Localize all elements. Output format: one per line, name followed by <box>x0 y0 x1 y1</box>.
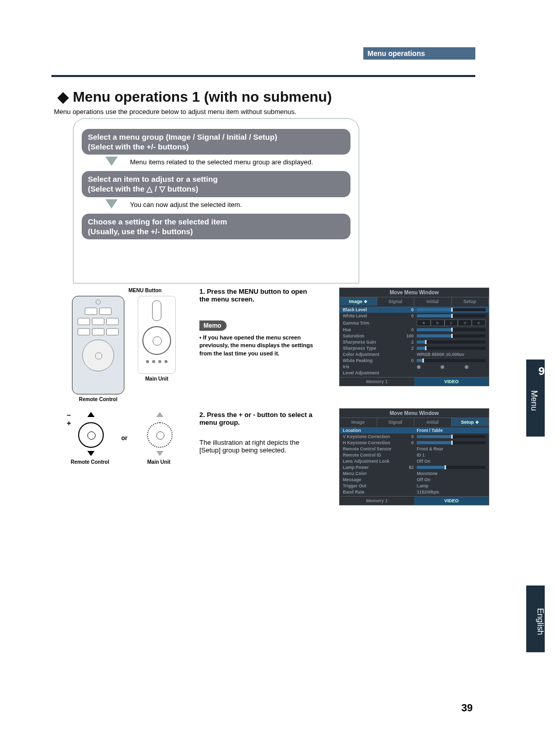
main-unit-caption-2: Main Unit <box>136 459 182 465</box>
osd-tab: Image <box>340 418 377 426</box>
osd-tab: Initial <box>414 297 452 306</box>
section-header: Menu operations <box>363 47 475 60</box>
osd-row: Lamp Power82 <box>340 464 489 470</box>
title-diamond: ◆ <box>58 89 69 105</box>
main-unit-figure: Main Unit <box>138 296 176 382</box>
osd-tab: Setup <box>452 297 489 306</box>
osd-row: LocationFront / Table <box>340 427 489 433</box>
osd-row: White Peaking0 <box>340 357 489 364</box>
step1-text: 1. Press the MENU button to open the men… <box>199 288 318 357</box>
flow-step-3-line2: (Usually, use the +/- buttons) <box>88 227 344 236</box>
flow-step-2-line1: Select an item to adjust or a setting <box>88 175 218 183</box>
osd-foot: Memory 1 <box>340 497 414 505</box>
osd-tab: Initial <box>414 418 452 426</box>
flow-arrow-1 <box>105 157 118 166</box>
osd-row: Sharpness Gain2 <box>340 339 489 345</box>
osd-tab: Setup ✥ <box>452 418 489 426</box>
remote-control-figure: Remote Control <box>72 296 124 402</box>
flow-note-2: You can now adjust the selected item. <box>130 201 242 209</box>
or-label: or <box>121 434 127 442</box>
step2-figures: Remote Control or Main Unit <box>67 411 182 465</box>
section-header-text: Menu operations <box>367 49 425 58</box>
osd-foot: VIDEO <box>414 497 489 505</box>
osd-row: White Level0 <box>340 313 489 319</box>
osd-row: Baud Rate115200bps <box>340 489 489 495</box>
main-unit-caption: Main Unit <box>138 376 176 382</box>
side-language-tab: English <box>526 585 545 652</box>
side-chapter-number: 9 <box>539 365 545 378</box>
osd-setup-menu: Move Menu WindowImageSignalInitialSetup … <box>339 408 489 505</box>
osd-row: Trigger OutLamp <box>340 483 489 489</box>
osd-tab: Signal <box>377 297 415 306</box>
osd-row: Menu ColorMonotone <box>340 470 489 477</box>
memo-body: • If you have opened the menu screen pre… <box>199 334 318 357</box>
flow-note-1: Menu items related to the selected menu … <box>130 158 313 166</box>
osd-row: Remote Control SensorFront & Rear <box>340 446 489 452</box>
step-2-body: The illustration at right depicts the [S… <box>199 439 318 454</box>
osd-row: Black Level0 <box>340 307 489 313</box>
step2-text: 2. Press the + or - button to select a m… <box>199 411 318 454</box>
remote-dpad-figure: Remote Control <box>67 411 113 465</box>
remote-control-caption: Remote Control <box>72 396 124 402</box>
main-unit-dpad-figure: Main Unit <box>136 411 182 465</box>
flow-step-1-line2: (Select with the +/- buttons) <box>88 142 344 151</box>
flow-arrow-2 <box>105 199 118 209</box>
osd-row: Remote Control IDID 1 <box>340 452 489 458</box>
side-tabs: 9 Menu English <box>504 31 555 750</box>
osd-image-menu: Move Menu WindowImage ✥SignalInitialSetu… <box>339 288 489 386</box>
page-number: 39 <box>461 702 473 714</box>
side-chapter-tab: 9 Menu <box>526 360 545 437</box>
memo-tag: Memo <box>199 320 227 331</box>
osd-row: V Keystone Correction0 <box>340 433 489 440</box>
flow-box: Select a menu group (Image / Signal / In… <box>73 118 359 284</box>
title-text: Menu operations 1 (with no submenu) <box>73 89 332 105</box>
side-chapter-label: Menu <box>530 390 539 411</box>
osd-row: Color AdjustmentWRGB 6500K ±0.000uv <box>340 351 489 357</box>
osd-row: Hue0 <box>340 327 489 333</box>
flow-step-2: Select an item to adjust or a setting (S… <box>82 171 350 197</box>
osd-tab: Signal <box>377 418 415 426</box>
flow-step-3-line1: Choose a setting for the selected item <box>88 217 227 226</box>
osd-row: Level Adjustment <box>340 370 489 376</box>
osd-foot: VIDEO <box>414 377 489 386</box>
step-2-label: 2. Press the + or - button to select a m… <box>199 411 318 426</box>
osd-row: Sharpness Type2 <box>340 345 489 351</box>
step1-figures: MENU Button Remote Control Main Un <box>72 287 176 402</box>
osd-foot: Memory 1 <box>340 377 414 386</box>
flow-step-1-line1: Select a menu group (Image / Signal / In… <box>88 133 277 141</box>
osd-row: Iris◉ ◉ ◉ <box>340 364 489 370</box>
osd-row: MessageOff On <box>340 477 489 483</box>
page-title: ◆ Menu operations 1 (with no submenu) <box>58 88 332 105</box>
side-language-label: English <box>536 608 545 635</box>
remote-control-caption-2: Remote Control <box>67 459 113 465</box>
osd-row: Saturation100 <box>340 333 489 339</box>
menu-button-label: MENU Button <box>128 288 161 293</box>
osd-row: Gamma Trimabcde <box>340 319 489 327</box>
flow-step-3: Choose a setting for the selected item (… <box>82 214 350 239</box>
osd-tab: Image ✥ <box>340 297 377 306</box>
flow-step-1: Select a menu group (Image / Signal / In… <box>82 129 350 155</box>
header-rule <box>51 75 475 77</box>
step-1-label: 1. Press the MENU button to open the men… <box>199 288 318 303</box>
flow-step-2-line2: (Select with the △ / ▽ buttons) <box>88 184 344 194</box>
osd-row: Lens Adjustment LockOff On <box>340 458 489 464</box>
osd-row: H Keystone Correction0 <box>340 440 489 446</box>
intro-text: Menu operations use the procedure below … <box>54 108 297 116</box>
